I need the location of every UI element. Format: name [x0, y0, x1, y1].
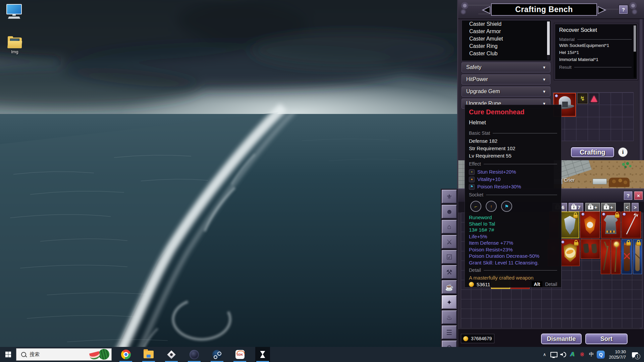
search-input[interactable]: 搜索 — [16, 348, 112, 361]
inventory-item-quiver[interactable] — [622, 239, 632, 274]
hourglass-app-taskbar-icon[interactable] — [255, 347, 270, 362]
list-icon[interactable]: ☰ — [442, 325, 457, 339]
colorful-a-app-icon[interactable]: A — [568, 347, 577, 362]
npc-icon[interactable]: ☻ — [442, 205, 457, 219]
alt-key-hint: Alt — [532, 281, 543, 287]
quiver-icon — [635, 244, 640, 271]
sort-button[interactable]: Sort — [585, 333, 628, 345]
material-section-label: Material — [559, 37, 632, 42]
inventory-tab-add[interactable]: + — [585, 203, 600, 212]
accordion-hitpower[interactable]: HitPower ▼ — [462, 74, 550, 84]
list-item[interactable]: Caster Amulet — [462, 35, 551, 43]
notification-center-icon[interactable]: 1 — [629, 347, 641, 362]
inventory-item-quiver[interactable] — [633, 239, 642, 274]
lock-icon — [636, 242, 641, 246]
tab-prev-button[interactable]: < — [624, 203, 630, 212]
stash-icon[interactable]: ♨ — [442, 310, 457, 324]
red-pinwheel-app-icon[interactable]: ※ — [577, 347, 587, 362]
inventory-item-fish-shield[interactable] — [560, 239, 580, 266]
dark-orb-taskbar-icon[interactable] — [187, 347, 202, 362]
lock-icon — [573, 215, 578, 218]
ime-indicator[interactable]: 中 — [587, 347, 596, 362]
search-icon — [21, 352, 26, 357]
file-explorer-taskbar-icon[interactable] — [141, 347, 156, 362]
recipe-panel: Recover Socket Material With SocketEquip… — [554, 23, 638, 80]
speaker-icon[interactable] — [558, 347, 568, 362]
list-scrollbar[interactable] — [547, 21, 550, 60]
item-type: Helmet — [469, 120, 557, 126]
start-button[interactable] — [0, 347, 16, 362]
wings-icon[interactable]: ⚜ — [442, 190, 457, 203]
spear-icon — [626, 215, 636, 234]
inventory-item-silver-shield[interactable] — [560, 212, 579, 238]
basic-stat-section: Basic Stat — [469, 130, 557, 136]
stat-line: Lv Requirement 55 — [469, 152, 557, 160]
helmet-icon[interactable]: ⚔ — [442, 235, 457, 249]
list-item[interactable]: Caster Ring — [462, 43, 551, 50]
lock-icon — [626, 242, 631, 246]
taskbar: 搜索 SDK ∧ A ※ 中 Q — [0, 347, 644, 362]
inventory-item-gloves[interactable] — [581, 239, 600, 259]
sdk-app-taskbar-icon[interactable]: SDK — [232, 347, 247, 362]
runeword-effect: Life+5% — [469, 233, 557, 240]
inventory-item-orange-shield[interactable] — [580, 212, 600, 238]
list-item[interactable]: Caster Shield — [462, 20, 551, 28]
tooltip-bottom-row: 53611 Alt Detail — [469, 281, 557, 287]
folder-label: Img — [4, 49, 25, 54]
inventory-item-orb-staff[interactable] — [611, 239, 621, 274]
material-line: Immortal Material*1 — [559, 57, 598, 62]
search-placeholder: 搜索 — [30, 351, 40, 358]
effect-section: Effect — [469, 161, 557, 167]
recipe-scrollbar[interactable] — [634, 25, 636, 78]
this-pc-icon[interactable] — [3, 4, 25, 19]
brew-icon[interactable]: ☕ — [442, 280, 457, 294]
list-item[interactable]: Caster Armor — [462, 28, 551, 35]
tray-chevron-up-icon[interactable]: ∧ — [540, 347, 549, 362]
crafting-button[interactable]: Crafting — [570, 146, 615, 158]
socket-rune-icon: ↑ — [486, 201, 497, 212]
quest-log-icon[interactable]: ☑ — [442, 250, 457, 264]
item-name: Cure Demonhead — [469, 108, 557, 116]
chrome-taskbar-icon[interactable] — [118, 347, 133, 362]
detail-hint: Detail — [545, 282, 557, 287]
inventory-item-spear[interactable] — [622, 212, 641, 238]
inventory-item-wand[interactable] — [601, 239, 610, 274]
info-icon[interactable]: i — [618, 147, 628, 157]
cube-game-taskbar-icon[interactable] — [164, 347, 179, 362]
chevron-down-icon: ▼ — [542, 77, 550, 81]
accordion-upgrade-gem[interactable]: Upgrade Gem ▼ — [462, 86, 550, 97]
item-tooltip: Cure Demonhead Helmet Basic Stat Defense… — [465, 105, 561, 288]
network-display-icon[interactable] — [549, 347, 558, 362]
game-side-toolbar: ⚜ ☻ ⌂ ⚔ ☑ ⚒ ☕ ✦ ♨ ☰ ⚙ — [441, 189, 458, 348]
img-folder-icon[interactable]: Img — [4, 38, 25, 54]
notification-badge: 1 — [635, 354, 640, 359]
craft-wand-icon[interactable]: ✦ — [442, 295, 457, 309]
q-browser-icon[interactable]: Q — [596, 347, 605, 362]
chevron-down-icon: ▼ — [542, 65, 550, 69]
npc-label: Crier — [564, 177, 575, 183]
material-item-gem[interactable] — [589, 93, 599, 104]
detail-section: Detail — [469, 267, 557, 273]
inventory-item-armor[interactable] — [601, 212, 621, 238]
steam-taskbar-icon[interactable] — [210, 347, 224, 362]
forge-icon[interactable]: ⚒ — [442, 265, 457, 279]
house-icon[interactable]: ⌂ — [442, 220, 457, 234]
material-item-rune[interactable]: ↯ — [577, 93, 588, 104]
inventory-tab-7[interactable]: 7 — [569, 203, 583, 212]
help-button[interactable]: ? — [619, 5, 628, 14]
item-marker-dot — [581, 213, 585, 216]
dismantle-button[interactable]: Dismantle — [540, 333, 582, 345]
inventory-tab-add[interactable]: + — [601, 203, 616, 212]
tab-next-button[interactable]: > — [632, 203, 639, 212]
accordion-safety[interactable]: Safety ▼ — [462, 62, 550, 72]
skull-ornament-icon — [459, 1, 474, 16]
close-icon[interactable]: × — [634, 191, 643, 200]
crafting-material-grid[interactable]: ↯ — [553, 92, 634, 141]
list-item[interactable]: Caster Club — [462, 50, 551, 57]
gold-coin-icon — [469, 282, 474, 287]
clock[interactable]: 10:30 2025/7/7 — [605, 349, 629, 360]
lock-icon — [574, 242, 579, 246]
keyboard-icon — [8, 17, 20, 19]
runeword-effect: Poison Duration Decrease-50% — [469, 253, 557, 259]
inventory-help-button[interactable]: ? — [624, 191, 632, 200]
